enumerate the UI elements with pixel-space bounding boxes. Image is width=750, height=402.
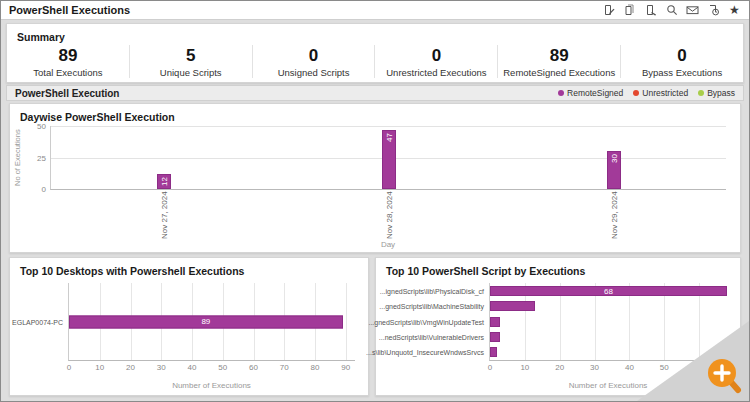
- x-axis-tick: 10: [95, 363, 104, 372]
- bar-value-label: 47: [384, 133, 393, 142]
- bar-scripts-2[interactable]: [490, 317, 500, 327]
- copy-report-icon[interactable]: [623, 4, 636, 17]
- x-axis-tick: 0: [488, 363, 492, 372]
- x-axis-category-label: Nov 29, 2024: [609, 193, 618, 239]
- y-axis-tick: 25: [37, 153, 46, 162]
- x-axis-title: Day: [50, 240, 726, 249]
- page-title: PowerShell Executions: [9, 4, 130, 16]
- powershell-execution-section-header: PowerShell Execution RemoteSignedUnrestr…: [6, 85, 744, 101]
- edit-report-icon[interactable]: [602, 4, 615, 17]
- daywise-plot-area: 0255012Nov 27, 202447Nov 28, 202430Nov 2…: [50, 126, 726, 190]
- x-axis-tick: 60: [249, 363, 258, 372]
- top-desktops-chart-title: Top 10 Desktops with Powershell Executio…: [10, 258, 368, 277]
- magnifier-handle: [731, 382, 738, 390]
- category-label: ...gnedScripts\lib\VmgWinUpdateTest: [368, 318, 484, 325]
- summary-metric: 89Total Executions: [7, 45, 129, 78]
- metric-value: 89: [498, 46, 620, 66]
- metric-value: 5: [130, 46, 252, 66]
- report-toolbar: ★: [602, 4, 741, 17]
- x-axis-category-label: Nov 28, 2024: [384, 193, 393, 239]
- legend-dot: [558, 90, 564, 96]
- chart-legend: RemoteSignedUnrestrictedBypass: [558, 88, 735, 98]
- summary-metrics: 89Total Executions5Unique Scripts0Unsign…: [7, 45, 743, 78]
- summary-metric: 89RemoteSigned Executions: [497, 45, 620, 78]
- x-axis-tick: 20: [126, 363, 135, 372]
- section-title: PowerShell Execution: [15, 88, 119, 99]
- metric-label: Unrestricted Executions: [375, 67, 497, 78]
- summary-metric: 0Unrestricted Executions: [374, 45, 497, 78]
- category-label: ...s\lib\Unquotd_InsecureWndwsSrvcs: [366, 349, 484, 356]
- category-label: ...ignedScripts\lib\PhysicalDisk_cf: [380, 287, 484, 294]
- top-desktops-chart-panel: Top 10 Desktops with Powershell Executio…: [9, 257, 369, 396]
- scripts-plot-area: 010203040506068...ignedScripts\lib\Physi…: [489, 283, 727, 361]
- bar-value-label: 12: [159, 177, 168, 186]
- daywise-chart-title: Daywise PowerShell Execution: [10, 104, 740, 123]
- metric-label: Unique Scripts: [130, 67, 252, 78]
- x-axis-tick: 50: [660, 363, 669, 372]
- metric-value: 89: [7, 46, 129, 66]
- metric-label: RemoteSigned Executions: [498, 67, 620, 78]
- legend-item-unrestricted[interactable]: Unrestricted: [633, 88, 688, 98]
- legend-item-remotesigned[interactable]: RemoteSigned: [558, 88, 623, 98]
- gridline: [346, 283, 347, 360]
- legend-label: Bypass: [707, 88, 735, 98]
- legend-label: RemoteSigned: [567, 88, 623, 98]
- desktops-plot-area: 010203040506070809089EGLAP0074-PC: [68, 283, 355, 361]
- x-axis-tick: 20: [555, 363, 564, 372]
- gridline: [51, 126, 726, 127]
- zoom-in-fab[interactable]: [705, 356, 743, 396]
- summary-panel: Summary 89Total Executions5Unique Script…: [6, 23, 744, 83]
- top-scripts-chart-title: Top 10 PowerShell Script by Executions: [376, 258, 740, 277]
- bar-value-label: 30: [609, 154, 618, 163]
- x-axis-tick: 10: [520, 363, 529, 372]
- window-titlebar: PowerShell Executions: [1, 1, 749, 20]
- x-axis-tick: 40: [188, 363, 197, 372]
- category-label: ...gnedScripts\lib\MachineStability: [379, 303, 484, 310]
- category-label: EGLAP0074-PC: [12, 318, 63, 325]
- summary-title: Summary: [7, 24, 743, 43]
- favorite-star-icon[interactable]: ★: [728, 4, 741, 17]
- summary-metric: 0Bypass Executions: [620, 45, 743, 78]
- bar-scripts-3[interactable]: [490, 332, 500, 342]
- search-criteria-icon[interactable]: [665, 4, 678, 17]
- y-axis-tick: 50: [37, 122, 46, 131]
- x-axis-category-label: Nov 27, 2024: [159, 193, 168, 239]
- metric-value: 0: [375, 46, 497, 66]
- email-report-icon[interactable]: [686, 4, 699, 17]
- x-axis-tick: 30: [157, 363, 166, 372]
- legend-dot: [633, 90, 639, 96]
- summary-metric: 5Unique Scripts: [129, 45, 252, 78]
- x-axis-tick: 80: [311, 363, 320, 372]
- metric-label: Unsigned Scripts: [253, 67, 375, 78]
- x-axis-title: Number of Executions: [68, 381, 355, 390]
- bar-value-label: 68: [491, 286, 726, 295]
- legend-item-bypass[interactable]: Bypass: [698, 88, 735, 98]
- legend-label: Unrestricted: [642, 88, 688, 98]
- category-label: ...nedScripts\lib\VulnerableDrivers: [379, 333, 484, 340]
- x-axis-tick: 40: [625, 363, 634, 372]
- bar-Nov-27-2024[interactable]: 12: [157, 174, 171, 189]
- daywise-chart-panel: Daywise PowerShell Execution 0255012Nov …: [9, 103, 741, 253]
- y-axis-title: No of Executions: [13, 126, 22, 190]
- bar-desktops-0[interactable]: 89: [69, 315, 343, 328]
- x-axis-tick: 30: [590, 363, 599, 372]
- bar-Nov-29-2024[interactable]: 30: [607, 151, 621, 189]
- metric-value: 0: [621, 46, 743, 66]
- legend-dot: [698, 90, 704, 96]
- bar-value-label: 89: [70, 317, 342, 326]
- x-axis-tick: 0: [67, 363, 71, 372]
- schedule-report-icon[interactable]: [707, 4, 720, 17]
- metric-value: 0: [253, 46, 375, 66]
- x-axis-tick: 50: [218, 363, 227, 372]
- bar-scripts-1[interactable]: [490, 301, 535, 311]
- metric-label: Total Executions: [7, 67, 129, 78]
- metric-label: Bypass Executions: [621, 67, 743, 78]
- summary-metric: 0Unsigned Scripts: [252, 45, 375, 78]
- export-report-icon[interactable]: [644, 4, 657, 17]
- bar-scripts-0[interactable]: 68: [490, 286, 727, 296]
- bar-scripts-4[interactable]: [490, 347, 497, 357]
- y-axis-tick: 0: [42, 185, 46, 194]
- bar-Nov-28-2024[interactable]: 47: [382, 130, 396, 189]
- x-axis-tick: 70: [280, 363, 289, 372]
- x-axis-tick: 90: [341, 363, 350, 372]
